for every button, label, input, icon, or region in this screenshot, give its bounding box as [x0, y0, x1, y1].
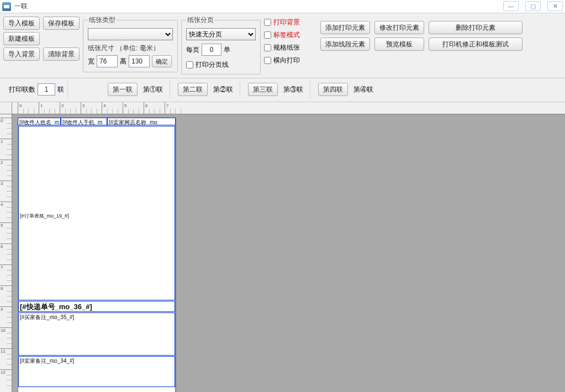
window-title: 一联	[14, 2, 28, 11]
ruler-vertical: 0123456789101112	[0, 114, 12, 392]
field-shop-name[interactable]: [#卖家网店名称_mo_	[107, 118, 176, 125]
tab-3-label: 第③联	[280, 84, 307, 96]
print-background-input[interactable]	[264, 19, 271, 26]
ruler-corner	[0, 102, 12, 114]
tab-group-1: 第一联 第①联	[104, 81, 170, 98]
import-background-button[interactable]: 导入背景	[3, 47, 40, 61]
field-buyer-remark[interactable]: [#买家备注_mo_35_#]	[18, 312, 175, 356]
print-background-label: 打印背景	[273, 18, 300, 27]
per-page-label: 每页	[186, 45, 199, 55]
width-label: 宽	[88, 57, 94, 66]
tab-group-4: 第四联 第④联	[315, 81, 380, 98]
main-toolbar: 导入模板 保存模板 新建模板 导入背景 清除背景 纸张类型 纸张尺寸 （单位: …	[0, 13, 565, 78]
design-canvas: 01234567 0123456789101112 [#收件人姓名_m [#收件…	[0, 102, 565, 392]
landscape-label: 横向打印	[273, 56, 300, 65]
clear-background-button[interactable]: 清除背景	[43, 47, 80, 61]
tab-group-3: 第三联 第③联	[245, 81, 310, 98]
spec-paper-checkbox[interactable]: 规格纸张	[264, 43, 317, 52]
copies-unit: 联	[57, 85, 64, 94]
tab-1-label: 第①联	[140, 84, 166, 96]
field-express-no[interactable]: [#快递单号_mo_36_#]	[18, 301, 175, 312]
label-mode-checkbox[interactable]: 标签模式	[264, 30, 317, 40]
paper-size-confirm-button[interactable]: 确定	[152, 55, 172, 67]
paper-size-label: 纸张尺寸 （单位: 毫米）	[88, 44, 172, 53]
per-page-unit: 单	[224, 45, 230, 55]
element-buttons-group: 添加打印元素 修改打印元素 删除打印元素 添加线段元素 预览模板 打印机修正和模…	[320, 15, 522, 51]
label-mode-label: 标签模式	[273, 30, 300, 40]
field-recipient-phone[interactable]: [#收件人手机_m	[61, 118, 107, 125]
delete-print-element-button[interactable]: 删除打印元素	[429, 21, 522, 34]
paper-type-group: 纸张类型 纸张尺寸 （单位: 毫米） 宽 高 确定	[83, 15, 178, 72]
landscape-input[interactable]	[264, 57, 271, 64]
paper-height-input[interactable]	[129, 55, 150, 67]
spec-paper-label: 规格纸张	[273, 43, 300, 52]
print-split-line-input[interactable]	[186, 61, 193, 68]
paper-type-legend: 纸张类型	[88, 15, 117, 25]
tab-1-button[interactable]: 第一联	[108, 83, 138, 96]
printer-fix-test-button[interactable]: 打印机修正和模板测试	[429, 38, 522, 51]
template-buttons-group: 导入模板 保存模板 新建模板 导入背景 清除背景	[3, 15, 80, 61]
copies-group: 打印联数 联	[6, 81, 68, 98]
printer-icon	[2, 2, 11, 11]
preview-template-button[interactable]: 预览模板	[374, 38, 424, 51]
modify-print-element-button[interactable]: 修改打印元素	[374, 21, 424, 34]
spec-paper-input[interactable]	[264, 44, 271, 51]
tab-2-label: 第②联	[210, 84, 236, 96]
window-titlebar: 一联 ― ▢ ✕	[0, 0, 565, 13]
design-surface[interactable]: [#收件人姓名_m [#收件人手机_m [#卖家网店名称_mo_ [#订单表格_…	[12, 114, 565, 392]
window-close-button[interactable]: ✕	[547, 1, 563, 11]
option-checkboxes: 打印背景 标签模式 规格纸张 横向打印	[264, 15, 317, 65]
field-seller-remark[interactable]: [#卖家备注_mo_34_#]	[18, 356, 175, 387]
height-label: 高	[120, 57, 126, 66]
paper-width-input[interactable]	[97, 55, 118, 67]
copies-tabs-row: 打印联数 联 第一联 第①联 第二联 第②联 第三联 第③联 第四联 第④联	[0, 78, 565, 102]
tab-2-button[interactable]: 第二联	[178, 83, 208, 96]
print-split-line-checkbox[interactable]: 打印分页线	[186, 60, 256, 70]
field-order-table[interactable]: [#订单表格_mo_19_#]	[18, 126, 175, 300]
tab-3-button[interactable]: 第三联	[248, 83, 278, 96]
label-mode-input[interactable]	[264, 31, 271, 39]
copies-input[interactable]	[38, 83, 55, 96]
tab-4-button[interactable]: 第四联	[318, 83, 348, 96]
print-background-checkbox[interactable]: 打印背景	[264, 18, 317, 27]
paper-type-select[interactable]	[88, 28, 173, 40]
window-maximize-button[interactable]: ▢	[525, 1, 541, 11]
add-line-element-button[interactable]: 添加线段元素	[320, 38, 370, 51]
paper-paging-legend: 纸张分页	[186, 15, 215, 25]
paper-paging-group: 纸张分页 快速无分页 每页 单 打印分页线	[181, 15, 261, 75]
paging-mode-select[interactable]: 快速无分页	[186, 28, 256, 40]
new-template-button[interactable]: 新建模板	[3, 32, 40, 45]
add-print-element-button[interactable]: 添加打印元素	[320, 21, 370, 34]
copies-label: 打印联数	[9, 85, 35, 94]
import-template-button[interactable]: 导入模板	[3, 17, 40, 30]
print-split-line-label: 打印分页线	[196, 60, 229, 70]
window-minimize-button[interactable]: ―	[503, 1, 519, 11]
tab-4-label: 第④联	[350, 84, 377, 96]
landscape-checkbox[interactable]: 横向打印	[264, 56, 317, 65]
tab-group-2: 第二联 第②联	[175, 81, 240, 98]
save-template-button[interactable]: 保存模板	[43, 17, 80, 30]
per-page-input[interactable]	[202, 44, 221, 56]
field-recipient-name[interactable]: [#收件人姓名_m	[18, 118, 61, 125]
ruler-horizontal: 01234567	[12, 102, 565, 114]
